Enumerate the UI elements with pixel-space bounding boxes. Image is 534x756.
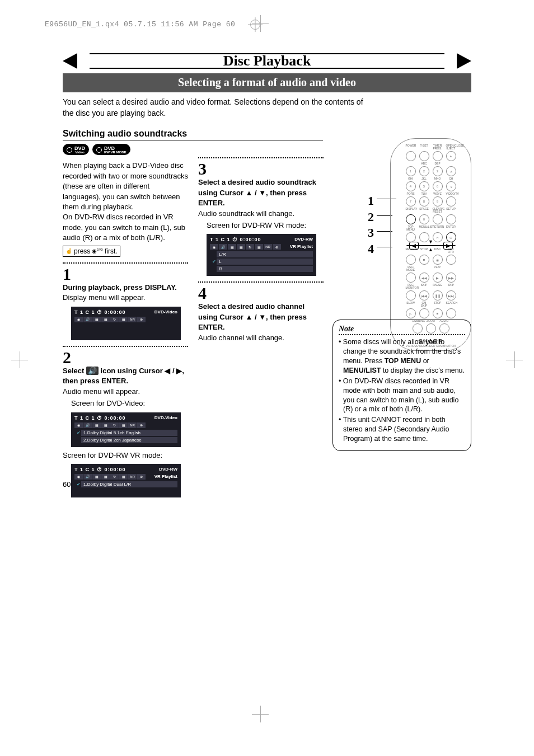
- remote-label: VIDEO/TV: [446, 192, 456, 195]
- remote-button: 0: [419, 214, 429, 224]
- step-number-1: 1: [63, 266, 188, 283]
- step-4-instruction: Select a desired audio channel using Cur…: [198, 302, 307, 331]
- registration-mark-icon: [250, 20, 260, 30]
- note-heading: Note: [339, 325, 465, 334]
- remote-label: SEARCH: [446, 302, 456, 307]
- remote-button: 5: [419, 181, 429, 191]
- remote-button: 8: [419, 196, 429, 206]
- body-text: When playing back a DVD-Video disc recor…: [63, 161, 188, 212]
- step-2-text: Select: [63, 367, 86, 375]
- remote-button: ⤺: [433, 232, 443, 242]
- osd-channel-option: L: [217, 259, 313, 265]
- arrow-left-icon: [63, 53, 77, 69]
- remote-button: ■: [433, 308, 443, 318]
- remote-label: ABC: [419, 162, 429, 165]
- remote-label: REC MODE: [406, 266, 416, 271]
- column-1: DVDVideo DVDRW VR MODE When playing back…: [63, 144, 188, 500]
- remote-label: RETURN: [433, 226, 443, 231]
- callout-2: 2: [368, 209, 374, 226]
- remote-label: CM SKIP: [419, 302, 429, 307]
- remote-button: ◀◀: [419, 273, 429, 283]
- crop-mark-right: [506, 351, 523, 368]
- remote-label: SLOW: [406, 302, 416, 307]
- remote-label: MENU/LIST: [419, 226, 429, 231]
- remote-button: 7: [406, 196, 416, 206]
- enter-button: ⊙: [446, 232, 456, 242]
- dotted-divider: [198, 157, 324, 158]
- callout-1: 1: [368, 193, 374, 209]
- remote-label: WXYZ: [433, 192, 443, 195]
- osd-screenshot-channel: T 1 C 1 ⏱ 0:00:00 DVD-RW VR Playlist ◉🔊▦…: [207, 234, 316, 276]
- remote-label: JKL: [419, 177, 429, 180]
- caption: Screen for DVD-RW VR mode:: [207, 220, 324, 231]
- remote-button: 6: [433, 181, 443, 191]
- remote-label: SKIP: [419, 284, 429, 289]
- badge-sublabel: RW VR MODE: [104, 151, 127, 154]
- remote-button: ▶: [433, 273, 443, 283]
- step-number-4: 4: [198, 285, 324, 302]
- remote-button: 9: [433, 196, 443, 206]
- osd-mode-label: DVD-RW: [294, 237, 313, 242]
- remote-label: PQRS: [406, 192, 416, 195]
- osd-title-line: T 1 C 1 ⏱ 0:00:00: [74, 415, 126, 421]
- remote-button: ∨: [446, 181, 456, 191]
- audio-icon: 🔊: [86, 367, 99, 375]
- press-first-callout: ☝ press ◉DVD first.: [63, 246, 120, 257]
- note-keyword: TOP MENU: [385, 357, 421, 365]
- osd-screenshot-dvdrw-vr: T 1 C 1 ⏱ 0:00:00 DVD-RW VR Playlist ◉🔊▦…: [71, 464, 181, 497]
- chapter-title: Disc Playback: [223, 53, 311, 69]
- note-item: Some discs will only allow you to change…: [339, 337, 465, 375]
- remote-button: [433, 214, 443, 224]
- remote-button: 3: [433, 166, 443, 176]
- dotted-divider: [339, 334, 465, 335]
- remote-button: 1: [406, 166, 416, 176]
- remote-label: STOP: [433, 302, 443, 307]
- note-item: On DVD-RW discs recorded in VR mode with…: [339, 377, 465, 415]
- remote-label: STOP: [419, 248, 429, 253]
- chapter-heading: Disc Playback: [63, 53, 471, 69]
- remote-label: PAUSE: [433, 284, 443, 289]
- remote-button: [406, 273, 416, 283]
- left-arrow-icon: ◀: [409, 242, 419, 250]
- remote-label: DISPLAY: [406, 208, 416, 213]
- dvd-button-icon: ◉DVD: [92, 248, 103, 254]
- note-keyword: MENU/LIST: [343, 367, 381, 374]
- osd-screenshot-display: T 1 C 1 ⏱ 0:00:00 DVD-Video ◉🔊▦▦↻▦NR⊕: [71, 307, 181, 340]
- remote-label: MNO: [433, 177, 443, 180]
- remote-button: [419, 151, 429, 161]
- note-text: or: [421, 357, 429, 365]
- remote-label: PLAY: [433, 266, 443, 271]
- remote-button: [406, 232, 416, 242]
- remote-label: CLEAR/C-RESET: [433, 208, 443, 213]
- osd-screenshot-dvdvideo: T 1 C 1 ⏱ 0:00:00 DVD-Video ◉🔊▦▦↻▦NR⊕ 1.…: [71, 412, 181, 447]
- remote-button: [446, 214, 456, 224]
- disc-icon: [96, 147, 102, 153]
- remote-label: SETUP: [446, 208, 456, 213]
- display-button: [406, 214, 416, 224]
- remote-label: POWER: [406, 144, 416, 150]
- step-2-body: Audio menu will appear.: [63, 387, 188, 397]
- column-2: 3 Select a desired audio soundtrack usin…: [198, 144, 324, 500]
- note-text: to display the disc's menu.: [381, 367, 465, 374]
- osd-audio-option: 2.Dolby Digital 2ch Japanese: [81, 437, 177, 443]
- remote-button: ▶▶: [446, 273, 456, 283]
- osd-audio-option: 1.Dolby Digital Dual L/R: [81, 481, 177, 487]
- remote-button: ■: [419, 255, 429, 265]
- osd-channel-option: R: [217, 266, 313, 272]
- step-3-instruction: Select a desired audio soundtrack using …: [198, 178, 316, 207]
- remote-label: OPEN/CLOSE EJECT: [446, 144, 456, 150]
- section-title: Selecting a format of audio and video: [63, 73, 471, 92]
- remote-label: TUV: [419, 192, 429, 195]
- note-item: This unit CANNOT record in both stereo a…: [339, 415, 465, 444]
- remote-label: GHI: [406, 177, 416, 180]
- remote-button: 4: [406, 181, 416, 191]
- remote-button: ▶▶|: [446, 290, 456, 300]
- remote-button: ▷: [406, 308, 416, 318]
- remote-button: [446, 196, 456, 206]
- step-1-instruction: During playback, press DISPLAY.: [63, 283, 177, 292]
- power-button-icon: [406, 151, 416, 161]
- remote-label: TOP MENU: [406, 226, 416, 231]
- remote-button: [419, 232, 429, 242]
- note-box: Note Some discs will only allow you to c…: [332, 320, 471, 451]
- remote-label: SKIP: [446, 284, 456, 289]
